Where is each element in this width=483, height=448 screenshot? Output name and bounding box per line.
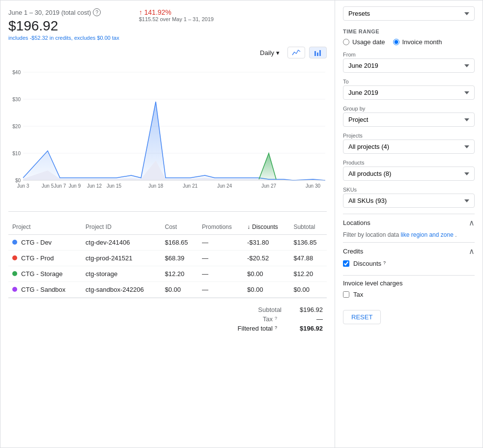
daily-select[interactable]: Daily ▾ [256, 47, 284, 58]
sort-down-icon: ↓ [247, 224, 250, 230]
group-by-label: Group by [343, 106, 475, 112]
usage-date-label: Usage date [352, 38, 385, 46]
subtotal-cell: $0.00 [289, 282, 327, 298]
project-id-cell: ctg-prod-241521 [82, 251, 161, 266]
products-field: Products All products (8) [343, 160, 475, 181]
svg-text:$40: $40 [12, 70, 21, 75]
filtered-total-label: Filtered total ? [237, 325, 282, 332]
svg-text:Jun 9: Jun 9 [69, 183, 81, 189]
svg-text:$20: $20 [12, 124, 21, 129]
credits-chevron-icon: ∧ [469, 247, 475, 256]
col-cost: Cost [161, 220, 198, 235]
invoice-charges-content: Tax [343, 291, 475, 308]
time-range-label: Time range [343, 28, 475, 34]
right-panel: Presets Time range Usage date Invoice mo… [335, 0, 483, 448]
to-select[interactable]: June 2019 [343, 85, 475, 100]
credits-header[interactable]: Credits ∧ [343, 242, 475, 260]
project-cell: CTG - Sandbox [8, 282, 82, 298]
subtotal-label: Subtotal [258, 306, 282, 313]
group-by-select[interactable]: Project [343, 112, 475, 127]
cost-cell: $68.39 [161, 251, 198, 266]
cost-subtitle: includes -$52.32 in credits, excludes $0… [8, 35, 119, 41]
svg-text:$0: $0 [15, 178, 21, 183]
line-chart-btn[interactable] [287, 47, 305, 58]
tax-check-label[interactable]: Tax [353, 291, 363, 298]
locations-header[interactable]: Locations ∧ [343, 214, 475, 231]
svg-rect-1 [317, 53, 318, 56]
filtered-total-help-icon[interactable]: ? [275, 325, 282, 332]
projects-select[interactable]: All projects (4) [343, 140, 475, 154]
time-range-radio-group: Usage date Invoice month [343, 38, 475, 46]
subtotal-cell: $136.85 [289, 235, 327, 251]
svg-text:$10: $10 [12, 151, 21, 156]
cost-cell: $0.00 [161, 282, 198, 298]
chart-container: $40 $30 $20 $10 $0 [8, 62, 327, 212]
discounts-check-label[interactable]: Discounts ? [353, 260, 390, 267]
presets-select[interactable]: Presets [343, 6, 475, 21]
to-label: To [343, 79, 475, 84]
locations-label: Locations [343, 219, 370, 226]
from-field: From June 2019 [343, 52, 475, 73]
date-range-title: June 1 – 30, 2019 (total cost) ? [8, 8, 119, 16]
discounts-help-icon[interactable]: ? [383, 260, 390, 267]
promotions-cell: — [198, 251, 243, 266]
usage-date-radio[interactable] [343, 39, 349, 45]
svg-rect-0 [314, 51, 316, 56]
credits-label: Credits [343, 248, 363, 255]
tax-help-icon[interactable]: ? [275, 316, 282, 323]
projects-field: Projects All projects (4) [343, 133, 475, 154]
promotions-cell: — [198, 282, 243, 298]
reset-button[interactable]: RESET [343, 310, 381, 324]
project-cell: CTG - Storage [8, 266, 82, 282]
svg-text:Jun 3: Jun 3 [17, 183, 29, 189]
col-promotions: Promotions [198, 220, 243, 235]
tax-checkbox[interactable] [343, 291, 349, 298]
col-project-id: Project ID [82, 220, 161, 235]
svg-text:Jun 7: Jun 7 [54, 183, 66, 189]
project-dot [12, 287, 17, 292]
tax-value: — [293, 315, 323, 323]
invoice-month-option[interactable]: Invoice month [393, 38, 442, 46]
svg-text:Jun 21: Jun 21 [183, 183, 198, 189]
cost-cell: $168.65 [161, 235, 198, 251]
locations-link[interactable]: like region and zone [400, 231, 453, 238]
chart-controls: Daily ▾ [8, 47, 327, 58]
skus-field: SKUs All SKUs (93) [343, 187, 475, 208]
projects-label: Projects [343, 133, 475, 139]
date-range-text: June 1 – 30, 2019 (total cost) [8, 9, 91, 16]
main-panel: June 1 – 30, 2019 (total cost) ? $196.92… [0, 0, 335, 448]
svg-text:Jun 18: Jun 18 [148, 183, 163, 189]
project-cell: CTG - Dev [8, 235, 82, 251]
invoice-charges-label: Invoice level charges [343, 280, 402, 287]
line-chart-icon [292, 49, 301, 56]
bar-chart-icon [313, 49, 322, 56]
credits-content: Discounts ? [343, 260, 475, 275]
pct-change-section: ↑ 141.92% $115.52 over May 1 – 31, 2019 [139, 8, 214, 22]
svg-text:Jun 12: Jun 12 [87, 183, 102, 189]
table-row: CTG - Prod ctg-prod-241521 $68.39 — -$20… [8, 251, 327, 266]
table-row: CTG - Sandbox ctg-sandbox-242206 $0.00 —… [8, 282, 327, 298]
project-dot [12, 255, 17, 260]
usage-date-option[interactable]: Usage date [343, 38, 385, 46]
subtotal-section: Subtotal $196.92 Tax ? — Filtered total … [8, 302, 327, 336]
svg-rect-2 [319, 50, 321, 56]
skus-select[interactable]: All SKUs (93) [343, 194, 475, 208]
subtotal-value: $196.92 [293, 306, 323, 313]
invoice-charges-header[interactable]: Invoice level charges [343, 275, 475, 291]
title-help-icon[interactable]: ? [93, 8, 101, 16]
project-id-cell: ctg-dev-241406 [82, 235, 161, 251]
table-scroll-area[interactable]: Project Project ID Cost Promotions ↓ Dis… [8, 220, 327, 298]
col-project: Project [8, 220, 82, 235]
project-id-cell: ctg-storage [82, 266, 161, 282]
bar-chart-btn[interactable] [309, 47, 327, 58]
from-label: From [343, 52, 475, 57]
daily-chevron-icon: ▾ [276, 49, 280, 56]
pct-change-value: ↑ 141.92% [139, 8, 214, 16]
svg-text:Jun 27: Jun 27 [261, 183, 276, 189]
from-select[interactable]: June 2019 [343, 58, 475, 73]
locations-content: Filter by location data like region and … [343, 231, 475, 242]
products-select[interactable]: All products (8) [343, 167, 475, 181]
discounts-checkbox[interactable] [343, 260, 349, 267]
invoice-month-radio[interactable] [393, 39, 399, 45]
pct-change-sub: $115.52 over May 1 – 31, 2019 [139, 16, 214, 22]
